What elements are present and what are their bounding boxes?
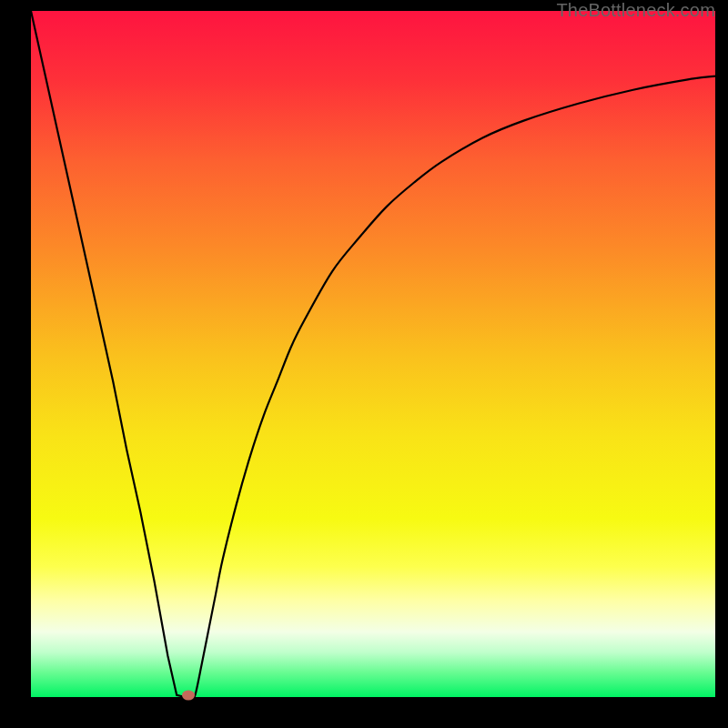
watermark-text: TheBottleneck.com xyxy=(556,0,715,21)
plot-area xyxy=(31,11,715,697)
bottleneck-curve xyxy=(31,11,715,698)
curve-svg xyxy=(31,11,715,697)
optimal-marker xyxy=(182,690,195,700)
chart-frame: TheBottleneck.com xyxy=(0,0,728,728)
